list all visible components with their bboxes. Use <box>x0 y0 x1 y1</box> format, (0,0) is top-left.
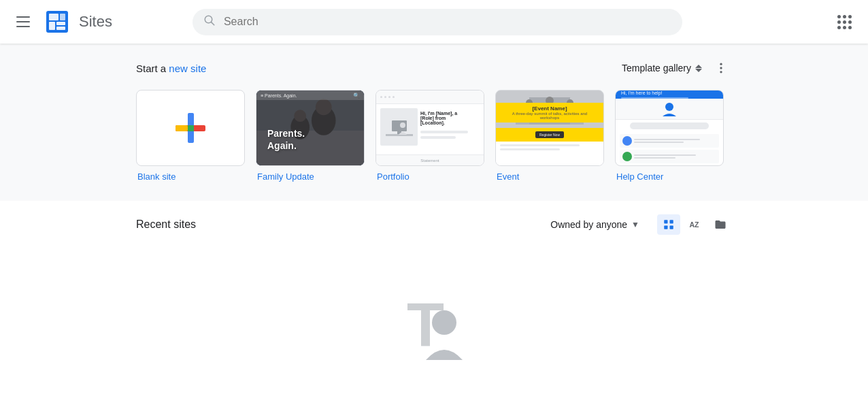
svg-rect-37 <box>670 226 673 229</box>
svg-rect-5 <box>60 14 65 20</box>
event-label: Event <box>495 171 604 182</box>
template-family[interactable]: ≡ Parents. Again. 🔍 Parents. Again. Fami… <box>256 90 365 182</box>
svg-rect-1 <box>49 14 59 20</box>
family-update-label: Family Update <box>256 171 365 182</box>
svg-point-10 <box>720 71 722 73</box>
empty-state-icon: T <box>393 278 475 360</box>
templates-row: Blank site <box>136 90 732 182</box>
dropdown-arrow-icon: ▼ <box>631 220 639 229</box>
event-yellow-bar: Register Now <box>496 128 603 142</box>
new-site-section: Start a new site Template gallery <box>0 44 868 201</box>
blank-thumb <box>136 90 245 166</box>
search-input[interactable] <box>224 16 671 28</box>
family-thumb: ≡ Parents. Again. 🔍 Parents. Again. <box>256 90 365 166</box>
more-options-button[interactable] <box>710 57 732 79</box>
portfolio-label: Portfolio <box>375 171 484 182</box>
svg-text:AZ: AZ <box>690 220 700 229</box>
search-bar <box>193 9 682 35</box>
event-bottom <box>496 142 603 165</box>
family-menubar: ≡ Parents. Again. 🔍 <box>256 91 364 100</box>
template-blank[interactable]: Blank site <box>136 90 245 182</box>
svg-rect-14 <box>176 125 188 131</box>
header-left: Sites <box>11 8 112 35</box>
template-helpcenter[interactable]: Hi, I'm here to help! <box>615 90 724 182</box>
blank-site-label: Blank site <box>136 171 245 182</box>
svg-rect-36 <box>664 226 667 229</box>
help-thumb: Hi, I'm here to help! <box>615 90 724 166</box>
svg-point-8 <box>720 63 722 65</box>
view-icons: AZ <box>657 214 732 235</box>
svg-point-33 <box>665 103 673 111</box>
svg-rect-3 <box>56 22 65 25</box>
search-icon <box>203 14 216 30</box>
hamburger-menu-button[interactable] <box>11 11 35 33</box>
section-header: Start a new site Template gallery <box>136 57 732 79</box>
template-gallery-button[interactable]: Template gallery <box>616 59 707 78</box>
new-site-link[interactable]: new site <box>169 63 206 74</box>
template-portfolio[interactable]: Hi, I'm [Name], a[Role] from[Location]. … <box>375 90 484 182</box>
help-center-label: Help Center <box>615 171 724 182</box>
family-text-overlay: Parents. Again. <box>267 127 305 152</box>
chevron-updown-icon <box>695 65 702 72</box>
svg-rect-13 <box>188 125 194 131</box>
svg-rect-35 <box>670 220 673 223</box>
svg-line-7 <box>212 22 214 24</box>
svg-point-40 <box>432 310 456 335</box>
recent-sites-section: Recent sites Owned by anyone ▼ AZ <box>0 201 868 394</box>
event-thumb: [Event Name] A three-day summit of talks… <box>495 90 604 166</box>
recent-sites-title: Recent sites <box>136 218 544 231</box>
grid-view-button[interactable] <box>657 214 680 235</box>
svg-rect-34 <box>664 220 667 223</box>
header-right <box>832 10 857 35</box>
empty-state: T <box>136 251 732 387</box>
template-gallery-label: Template gallery <box>622 63 691 73</box>
app-title: Sites <box>79 13 112 31</box>
sort-view-button[interactable]: AZ <box>683 214 706 235</box>
owned-by-dropdown[interactable]: Owned by anyone ▼ <box>544 215 646 234</box>
svg-point-26 <box>400 122 405 128</box>
folder-view-button[interactable] <box>709 214 732 235</box>
svg-rect-2 <box>49 22 55 30</box>
recent-header: Recent sites Owned by anyone ▼ AZ <box>136 214 732 235</box>
svg-rect-4 <box>56 27 65 30</box>
event-name-box: [Event Name] A three-day summit of talks… <box>496 103 603 122</box>
google-apps-button[interactable] <box>832 10 857 35</box>
section-title: Start a new site <box>136 63 206 74</box>
header: Sites <box>0 0 868 44</box>
svg-point-9 <box>720 67 722 69</box>
sites-app-icon <box>44 8 71 35</box>
portfolio-thumb: Hi, I'm [Name], a[Role] from[Location]. … <box>375 90 484 166</box>
owned-by-label: Owned by anyone <box>550 219 627 230</box>
recent-controls: Owned by anyone ▼ AZ <box>544 214 732 235</box>
template-event[interactable]: [Event Name] A three-day summit of talks… <box>495 90 604 182</box>
